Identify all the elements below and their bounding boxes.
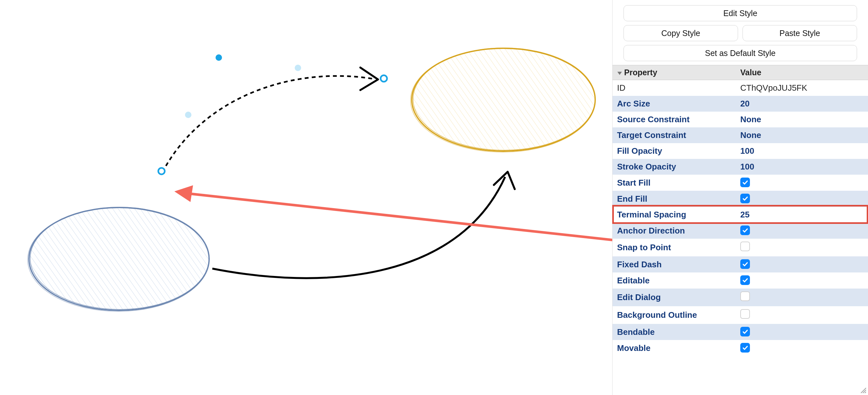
property-label: Movable [613,340,736,356]
property-value[interactable]: None [736,112,868,127]
property-value[interactable]: None [736,127,868,143]
property-row-bendable: Bendable [613,324,868,340]
property-row-fixed_dash: Fixed Dash [613,256,868,272]
column-value-header: Value [740,68,761,77]
checkbox[interactable] [740,292,750,301]
property-row-snap_to_point: Snap to Point [613,239,868,256]
edge-endpoint-end[interactable] [380,74,388,83]
svg-line-20 [865,392,866,393]
property-label: Fixed Dash [613,256,736,272]
property-label: ID [613,80,736,96]
property-row-source_constraint: Source ConstraintNone [613,112,868,127]
property-row-editable: Editable [613,272,868,288]
checkbox[interactable] [740,225,750,235]
edge-waypoint-ghost-1[interactable] [185,111,192,118]
checkbox[interactable] [740,327,750,336]
property-value[interactable] [736,222,868,239]
property-value[interactable] [736,272,868,288]
property-value[interactable] [736,324,868,340]
property-label: Stroke Opacity [613,159,736,175]
edge-endpoint-start[interactable] [157,167,166,175]
property-value: CThQVpoJUJ5FK [736,80,868,96]
svg-marker-17 [617,72,622,75]
property-label: Edit Dialog [613,288,736,306]
property-value[interactable] [736,288,868,306]
svg-point-10 [158,168,165,174]
property-label: Fill Opacity [613,143,736,159]
edit-style-button[interactable]: Edit Style [623,5,857,21]
diagram-canvas[interactable] [0,0,612,395]
svg-point-12 [216,54,222,61]
copy-style-button[interactable]: Copy Style [623,25,738,41]
property-row-target_constraint: Target ConstraintNone [613,127,868,143]
property-row-anchor_direction: Anchor Direction [613,222,868,239]
property-label: Snap to Point [613,239,736,256]
property-value[interactable] [736,256,868,272]
edge-waypoint-1[interactable] [215,54,222,61]
property-row-id: IDCThQVpoJUJ5FK [613,80,868,96]
checkbox[interactable] [740,178,750,187]
shape-ellipse-blue[interactable] [26,203,212,315]
set-default-style-button[interactable]: Set as Default Style [623,45,857,61]
svg-point-14 [295,65,301,71]
svg-line-19 [863,390,866,393]
property-value[interactable] [736,306,868,324]
checkbox[interactable] [740,259,750,269]
property-value[interactable] [736,239,868,256]
property-value[interactable]: 20 [736,96,868,112]
svg-line-18 [861,388,866,393]
column-property-header: Property [624,68,657,77]
checkbox[interactable] [740,194,750,203]
property-row-terminal_spacing: Terminal Spacing25 [613,207,868,222]
checkbox[interactable] [740,242,750,251]
property-panel: Edit Style Copy Style Paste Style Set as… [612,0,868,395]
svg-point-11 [381,75,387,82]
property-label: Terminal Spacing [613,207,736,222]
property-label: Bendable [613,324,736,340]
property-label: Source Constraint [613,112,736,127]
property-label: Target Constraint [613,127,736,143]
property-label: End Fill [613,191,736,207]
paste-style-button[interactable]: Paste Style [743,25,857,41]
property-value[interactable] [736,191,868,207]
property-value[interactable]: 100 [736,159,868,175]
resize-grip-icon [860,387,867,394]
svg-point-13 [185,112,191,118]
edge-waypoint-ghost-2[interactable] [294,64,302,71]
property-label: Anchor Direction [613,222,736,239]
property-row-stroke_opacity: Stroke Opacity100 [613,159,868,175]
property-row-end_fill: End Fill [613,191,868,207]
property-label: Editable [613,272,736,288]
property-row-background_outline: Background Outline [613,306,868,324]
property-row-fill_opacity: Fill Opacity100 [613,143,868,159]
disclosure-icon[interactable] [617,68,622,77]
checkbox[interactable] [740,275,750,285]
property-value[interactable] [736,340,868,356]
property-row-start_fill: Start Fill [613,175,868,191]
property-value[interactable]: 100 [736,143,868,159]
checkbox[interactable] [740,309,750,319]
property-row-edit_dialog: Edit Dialog [613,288,868,306]
property-value[interactable]: 25 [736,207,868,222]
property-label: Arc Size [613,96,736,112]
svg-marker-16 [174,185,193,202]
property-row-arc_size: Arc Size20 [613,96,868,112]
property-label: Background Outline [613,306,736,324]
property-label: Start Fill [613,175,736,191]
shape-ellipse-orange[interactable] [409,45,598,154]
property-table: Property Value IDCThQVpoJUJ5FKArc Size20… [613,65,868,356]
property-value[interactable] [736,175,868,191]
checkbox[interactable] [740,343,750,353]
property-row-movable: Movable [613,340,868,356]
